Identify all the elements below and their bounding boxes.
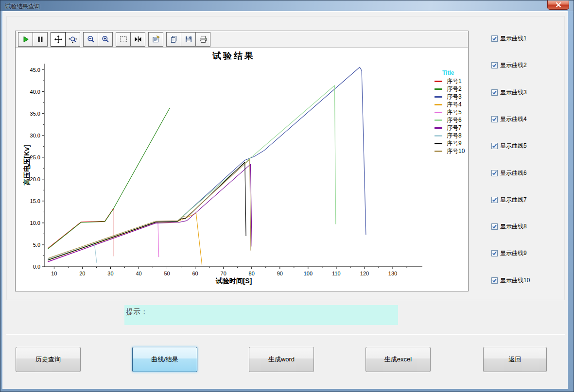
legend-label: 序号1 — [447, 77, 462, 85]
pan-button[interactable] — [51, 32, 66, 47]
legend-label: 序号4 — [447, 101, 462, 109]
legend-item: 序号8 — [435, 132, 465, 139]
checkbox-checked-icon[interactable] — [491, 35, 498, 42]
checkbox-checked-icon[interactable] — [491, 277, 498, 284]
checkbox-checked-icon[interactable] — [491, 143, 498, 149]
titlebar[interactable]: 试验结果查询 — [0, 0, 574, 11]
series-line — [48, 162, 246, 260]
svg-text:130: 130 — [388, 271, 397, 276]
curve-toggle-1[interactable]: 显示曲线1 — [491, 34, 527, 43]
svg-text:5.0: 5.0 — [33, 242, 40, 248]
checkbox-checked-icon[interactable] — [491, 116, 498, 122]
legend-title: Title — [442, 69, 465, 76]
legend-swatch — [435, 119, 442, 121]
legend-label: 序号2 — [447, 85, 462, 93]
fit-axes-icon — [134, 35, 142, 44]
line-chart: 1020304050607080901001101201300.05.010.0… — [16, 48, 468, 291]
fit-axes-button[interactable] — [130, 32, 145, 47]
y-axis-ticks: 0.05.010.015.020.025.030.035.040.045.0 — [30, 67, 44, 270]
toolbar-group — [18, 32, 47, 47]
save-icon — [184, 35, 193, 44]
toolbar-group — [166, 32, 210, 47]
series-line — [48, 213, 202, 265]
curve-toggle-2[interactable]: 显示曲线2 — [491, 61, 527, 69]
curve-toggle-label: 显示曲线1 — [500, 34, 527, 43]
print-button[interactable] — [195, 32, 210, 47]
curve-toggle-9[interactable]: 显示曲线9 — [491, 249, 527, 257]
zoom-in-icon — [101, 35, 110, 44]
pause-button[interactable] — [33, 32, 48, 47]
series-line — [48, 85, 336, 259]
curve-toggle-4[interactable]: 显示曲线4 — [491, 115, 527, 123]
svg-text:30: 30 — [107, 271, 113, 276]
zoom-dynamic-icon — [69, 35, 77, 44]
curve-toggle-3[interactable]: 显示曲线3 — [491, 88, 527, 97]
properties-button[interactable] — [148, 32, 163, 47]
svg-text:10.0: 10.0 — [30, 220, 40, 226]
play-button[interactable] — [18, 32, 33, 47]
generate-excel-button[interactable]: 生成excel — [365, 347, 431, 372]
svg-text:60: 60 — [192, 271, 198, 276]
chart-title: 试验结果 — [212, 50, 255, 62]
toolbar-group — [148, 32, 163, 47]
series-line — [48, 209, 114, 256]
legend-swatch — [435, 151, 442, 152]
checkbox-checked-icon[interactable] — [491, 89, 498, 96]
legend-item: 序号6 — [435, 116, 465, 124]
checkbox-checked-icon[interactable] — [491, 170, 498, 176]
chart-widget: 1020304050607080901001101201300.05.010.0… — [15, 31, 469, 291]
zoom-in-button[interactable] — [98, 32, 113, 47]
curve-toggle-7[interactable]: 显示曲线7 — [491, 196, 527, 204]
zoom-out-icon — [87, 35, 95, 44]
legend-swatch — [435, 96, 442, 98]
legend-swatch — [435, 112, 442, 113]
checkbox-checked-icon[interactable] — [491, 223, 498, 230]
save-button[interactable] — [181, 32, 196, 47]
legend-item: 序号3 — [435, 93, 465, 101]
curve-toggle-8[interactable]: 显示曲线8 — [491, 222, 527, 231]
back-button[interactable]: 返回 — [483, 347, 547, 372]
history-query-button[interactable]: 历史查询 — [16, 347, 81, 372]
toolbar-group — [83, 32, 112, 47]
curve-toggle-6[interactable]: 显示曲线6 — [491, 169, 527, 177]
svg-text:90: 90 — [277, 271, 283, 276]
close-icon — [556, 0, 561, 9]
hint-box: 提示： — [124, 305, 398, 325]
svg-text:70: 70 — [221, 271, 226, 276]
close-button[interactable] — [547, 0, 569, 10]
pan-icon — [54, 35, 63, 44]
legend-item: 序号10 — [435, 147, 465, 155]
legend-label: 序号5 — [447, 108, 462, 117]
svg-text:0.0: 0.0 — [33, 264, 40, 270]
generate-word-button[interactable]: 生成word — [249, 347, 314, 372]
toolbar-group — [51, 32, 80, 47]
svg-text:35.0: 35.0 — [30, 111, 40, 117]
series-line — [48, 67, 366, 260]
client-area: 1020304050607080901001101201300.05.010.0… — [2, 11, 568, 389]
curve-result-button[interactable]: 曲线/结果 — [132, 347, 197, 372]
series-line — [48, 164, 252, 261]
svg-text:110: 110 — [332, 271, 341, 276]
legend-item: 序号1 — [435, 77, 465, 85]
properties-icon — [152, 35, 160, 44]
copy-button[interactable] — [166, 32, 181, 47]
x-axis-label: 试验时间[S] — [216, 277, 252, 286]
legend-swatch — [435, 88, 442, 90]
curve-toggle-label: 显示曲线3 — [500, 88, 527, 97]
zoom-out-button[interactable] — [83, 32, 98, 47]
legend-swatch — [435, 135, 442, 136]
curve-toggle-5[interactable]: 显示曲线5 — [491, 142, 527, 150]
curve-toggle-label: 显示曲线10 — [500, 276, 530, 285]
checkbox-checked-icon[interactable] — [491, 197, 498, 203]
curve-toggle-10[interactable]: 显示曲线10 — [491, 276, 530, 285]
legend-label: 序号8 — [447, 132, 462, 140]
footer-separator — [6, 334, 565, 335]
checkbox-checked-icon[interactable] — [491, 250, 498, 256]
checkbox-checked-icon[interactable] — [491, 62, 498, 68]
toolbar-group — [116, 32, 145, 47]
series-lines — [48, 67, 366, 265]
zoom-dynamic-button[interactable] — [65, 32, 80, 47]
select-region-button[interactable] — [116, 32, 131, 47]
svg-text:40: 40 — [136, 271, 141, 276]
legend-label: 序号3 — [447, 93, 462, 101]
